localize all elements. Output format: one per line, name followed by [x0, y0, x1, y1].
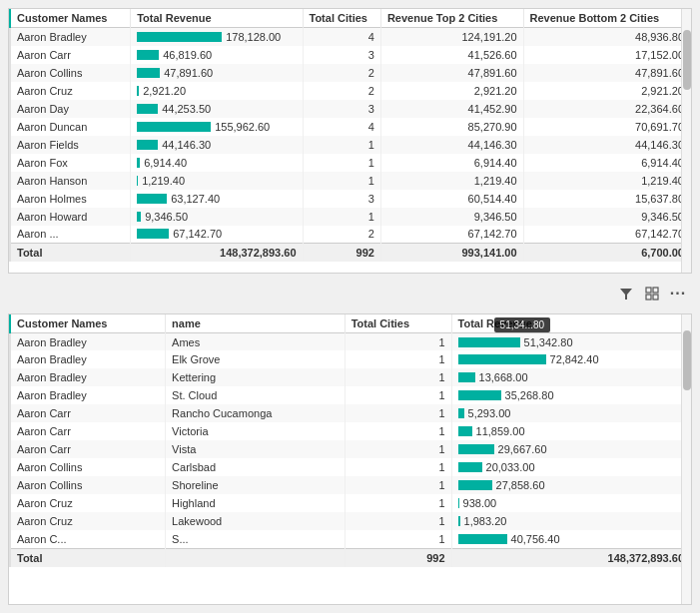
col-customer-names[interactable]: Customer Names — [10, 9, 131, 28]
b-revenue-cell: 938.00 — [451, 494, 690, 512]
revenue-value: 9,346.50 — [145, 211, 188, 223]
b-revenue-cell: 13,668.00 — [451, 368, 690, 386]
bottom2-revenue-cell: 70,691.70 — [523, 118, 690, 136]
b-customer-name-cell: Aaron Bradley — [10, 332, 166, 350]
col-b-customer-names[interactable]: Customer Names — [10, 314, 166, 333]
b-cities-cell: 1 — [345, 386, 451, 404]
table-row[interactable]: Aaron Collins Carlsbad 1 20,033.00 — [10, 458, 691, 476]
total-bottom2-value: 6,700.00 — [523, 244, 690, 263]
bottom2-revenue-cell: 2,921.20 — [523, 82, 690, 100]
b-revenue-bar — [458, 498, 459, 508]
table-row[interactable]: Aaron Cruz Highland 1 938.00 — [10, 494, 691, 512]
b-revenue-bar — [458, 534, 507, 544]
col-revenue-bottom2[interactable]: Revenue Bottom 2 Cities — [523, 9, 690, 28]
b-customer-name-cell: Aaron Collins — [10, 476, 166, 494]
customer-name-cell: Aaron Duncan — [10, 118, 131, 136]
revenue-value: 6,914.40 — [144, 157, 187, 169]
revenue-value: 47,891.60 — [164, 67, 213, 79]
more-options-icon[interactable]: ··· — [668, 284, 688, 304]
b-revenue-bar — [458, 408, 464, 418]
table-row[interactable]: Aaron ... 67,142.70 2 67,142.70 67,142.7… — [10, 226, 691, 244]
customer-name-cell: Aaron Fox — [10, 154, 131, 172]
b-revenue-value: 5,293.00 — [468, 407, 511, 419]
table-row[interactable]: Aaron Howard 9,346.50 1 9,346.50 9,346.5… — [10, 208, 691, 226]
top2-revenue-cell: 9,346.50 — [380, 208, 523, 226]
table-row[interactable]: Aaron Carr Victoria 1 11,859.00 — [10, 422, 691, 440]
table-row[interactable]: Aaron Bradley Kettering 1 13,668.00 — [10, 368, 691, 386]
col-total-revenue[interactable]: Total Revenue — [131, 9, 303, 28]
revenue-bar — [137, 122, 211, 132]
b-revenue-bar — [458, 480, 492, 490]
top2-revenue-cell: 41,452.90 — [380, 100, 523, 118]
top2-revenue-cell: 41,526.60 — [380, 46, 523, 64]
total-revenue-cell: 155,962.60 — [131, 118, 303, 136]
total-cities-cell: 2 — [303, 82, 380, 100]
b-revenue-value: 40,756.40 — [511, 533, 560, 545]
bottom2-revenue-cell: 1,219.40 — [523, 172, 690, 190]
total-row: Total 148,372,893.60 992 993,141.00 6,70… — [10, 244, 691, 263]
col-b-total-revenue[interactable]: Total Revenue — [451, 314, 690, 333]
table-row[interactable]: Aaron Bradley 178,128.00 4 124,191.20 48… — [10, 28, 691, 46]
table-view-icon[interactable] — [642, 284, 662, 304]
b-revenue-bar — [458, 372, 475, 382]
table-row[interactable]: Aaron Fox 6,914.40 1 6,914.40 6,914.40 — [10, 154, 691, 172]
table-row[interactable]: Aaron Cruz 2,921.20 2 2,921.20 2,921.20 — [10, 82, 691, 100]
b-revenue-cell: 1,983.20 — [451, 512, 690, 530]
revenue-bar — [137, 68, 160, 78]
b-city-cell: Rancho Cucamonga — [166, 404, 346, 422]
customer-name-cell: Aaron Day — [10, 100, 131, 118]
col-revenue-top2[interactable]: Revenue Top 2 Cities — [380, 9, 523, 28]
table-row[interactable]: Aaron Carr Vista 1 29,667.60 — [10, 440, 691, 458]
top-scrollbar[interactable] — [681, 9, 691, 273]
total-revenue-cell: 46,819.60 — [131, 46, 303, 64]
svg-rect-1 — [646, 288, 651, 293]
table-row[interactable]: Aaron Collins Shoreline 1 27,858.60 — [10, 476, 691, 494]
revenue-value: 44,146.30 — [162, 139, 211, 151]
table-row[interactable]: Aaron Holmes 63,127.40 3 60,514.40 15,63… — [10, 190, 691, 208]
b-revenue-bar — [458, 354, 546, 364]
b-revenue-cell: 5,293.00 — [451, 404, 690, 422]
table-row[interactable]: Aaron Bradley Ames 1 51,342.80 51,34...8… — [10, 332, 691, 350]
b-revenue-bar — [458, 444, 494, 454]
b-city-cell: Kettering — [166, 368, 346, 386]
b-total-label: Total — [10, 548, 166, 567]
b-revenue-bar — [458, 516, 460, 526]
total-revenue-cell: 6,914.40 — [131, 154, 303, 172]
bottom-table-panel: Customer Names name Total Cities Total R… — [8, 313, 692, 605]
total-cities-value: 992 — [303, 244, 380, 263]
b-customer-name-cell: Aaron Carr — [10, 422, 166, 440]
table-row[interactable]: Aaron Bradley St. Cloud 1 35,268.80 — [10, 386, 691, 404]
table-row[interactable]: Aaron Day 44,253.50 3 41,452.90 22,364.6… — [10, 100, 691, 118]
top-table-panel: Customer Names Total Revenue Total Citie… — [8, 8, 692, 274]
revenue-bar — [137, 50, 159, 60]
table-row[interactable]: Aaron C... S... 1 40,756.40 — [10, 530, 691, 548]
total-cities-cell: 4 — [303, 28, 380, 46]
table-row[interactable]: Aaron Collins 47,891.60 2 47,891.60 47,8… — [10, 64, 691, 82]
revenue-bar — [137, 212, 141, 222]
bottom-scrollbar[interactable] — [681, 314, 691, 604]
top2-revenue-cell: 67,142.70 — [380, 226, 523, 244]
table-row[interactable]: Aaron Carr 46,819.60 3 41,526.60 17,152.… — [10, 46, 691, 64]
table-row[interactable]: Aaron Cruz Lakewood 1 1,983.20 — [10, 512, 691, 530]
table-row[interactable]: Aaron Duncan 155,962.60 4 85,270.90 70,6… — [10, 118, 691, 136]
table-row[interactable]: Aaron Hanson 1,219.40 1 1,219.40 1,219.4… — [10, 172, 691, 190]
b-cities-cell: 1 — [345, 368, 451, 386]
customer-name-cell: Aaron ... — [10, 226, 131, 244]
table-row[interactable]: Aaron Carr Rancho Cucamonga 1 5,293.00 — [10, 404, 691, 422]
col-total-cities[interactable]: Total Cities — [303, 9, 380, 28]
b-customer-name-cell: Aaron C... — [10, 530, 166, 548]
table-row[interactable]: Aaron Bradley Elk Grove 1 72,842.40 — [10, 350, 691, 368]
col-b-total-cities[interactable]: Total Cities — [345, 314, 451, 333]
col-b-name[interactable]: name — [166, 314, 346, 333]
customer-name-cell: Aaron Cruz — [10, 82, 131, 100]
total-cities-cell: 4 — [303, 118, 380, 136]
b-city-cell: Shoreline — [166, 476, 346, 494]
b-revenue-bar — [458, 426, 472, 436]
filter-icon[interactable] — [616, 284, 636, 304]
total-cities-cell: 3 — [303, 46, 380, 64]
b-revenue-cell: 35,268.80 — [451, 386, 690, 404]
total-revenue-cell: 2,921.20 — [131, 82, 303, 100]
table-row[interactable]: Aaron Fields 44,146.30 1 44,146.30 44,14… — [10, 136, 691, 154]
customer-name-cell: Aaron Collins — [10, 64, 131, 82]
b-revenue-value: 1,983.20 — [464, 515, 507, 527]
